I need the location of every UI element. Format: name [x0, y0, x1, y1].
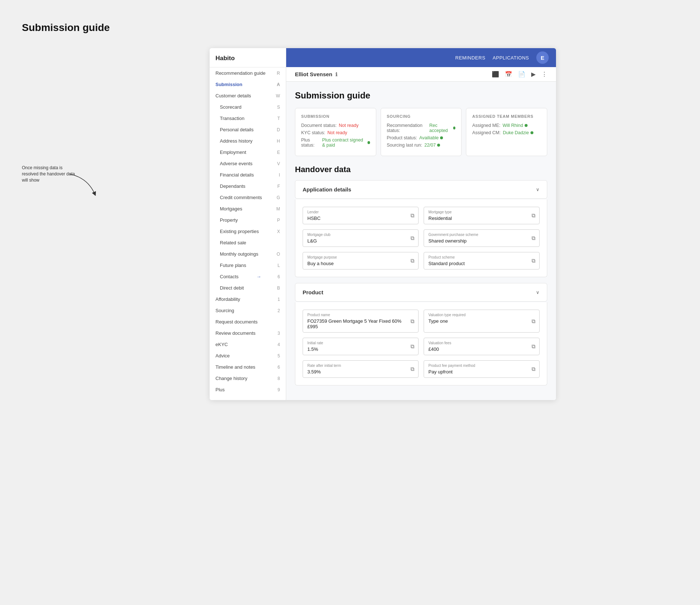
mortgage-club-copy-icon[interactable]: ⧉	[411, 235, 415, 241]
sidebar-item-label: Contacts	[220, 274, 238, 279]
sidebar-item-related-sale[interactable]: Related sale	[210, 237, 286, 248]
sidebar-shortcut: I	[279, 172, 280, 178]
sidebar-item-label: Request documents	[215, 319, 258, 325]
sidebar-item-label: Advice	[215, 353, 230, 358]
header-bar: Elliot Svensen ℹ ⬛ 📅 📄 ▶ ⋮	[286, 67, 556, 82]
application-fields-grid: Lender HSBC ⧉ Mortgage type Residential …	[303, 207, 540, 269]
reminders-nav[interactable]: REMINDERS	[455, 55, 486, 61]
sidebar-item-label: Timeline and notes	[215, 364, 255, 370]
sidebar-item-sourcing[interactable]: Sourcing2	[210, 305, 286, 316]
team-card: ASSIGNED TEAM MEMBERS Assigned ME: Will …	[466, 108, 547, 156]
calendar-icon[interactable]: 📅	[505, 71, 512, 78]
header-user: Elliot Svensen ℹ	[295, 71, 337, 77]
sidebar-item-direct-debit[interactable]: Direct debitB	[210, 282, 286, 294]
sidebar-item-label: Adverse events	[220, 161, 253, 166]
gov-purchase-scheme-field: Government purchase scheme Shared owners…	[424, 229, 540, 247]
sidebar-item-transaction[interactable]: TransactionT	[210, 113, 286, 124]
sidebar-item-financial-details[interactable]: Financial detailsI	[210, 169, 286, 181]
rate-after-copy-icon[interactable]: ⧉	[411, 366, 415, 372]
sidebar-item-review-documents[interactable]: Review documents3	[210, 327, 286, 339]
sidebar-item-label: Mortgages	[220, 206, 242, 212]
user-avatar[interactable]: E	[536, 51, 549, 64]
sidebar-shortcut: 6	[277, 274, 280, 279]
sidebar-item-label: Transaction	[220, 116, 244, 121]
mortgage-type-field: Mortgage type Residential ⧉	[424, 207, 540, 224]
info-icon: ℹ	[335, 71, 337, 77]
sidebar-shortcut: 3	[277, 331, 280, 336]
sidebar-shortcut: B	[277, 286, 280, 291]
sidebar-item-customer-details[interactable]: Customer detailsW	[210, 90, 286, 101]
sidebar-item-label: Sourcing	[215, 308, 234, 313]
product-content: Product name FO27359 Green Mortgage 5 Ye…	[295, 302, 547, 385]
lender-copy-icon[interactable]: ⧉	[411, 212, 415, 219]
product-fee-payment-copy-icon[interactable]: ⧉	[532, 366, 536, 372]
sidebar-item-ekyc[interactable]: eKYC4	[210, 339, 286, 350]
mortgage-purpose-copy-icon[interactable]: ⧉	[411, 257, 415, 264]
sidebar-item-contacts[interactable]: Contacts→6	[210, 271, 286, 282]
sidebar-item-advice[interactable]: Advice5	[210, 350, 286, 361]
sidebar-item-scorecard[interactable]: ScorecardS	[210, 101, 286, 113]
valuation-fees-copy-icon[interactable]: ⧉	[532, 343, 536, 350]
sidebar-item-dependants[interactable]: DependantsF	[210, 181, 286, 192]
applications-nav[interactable]: APPLICATIONS	[493, 55, 529, 61]
valuation-type-field: Valuation type required Type one ⧉	[424, 310, 540, 333]
product-status: Product status: Availiable	[387, 135, 456, 140]
submission-kyc-status: KYC status: Not ready	[301, 130, 370, 135]
sidebar-item-existing-properties[interactable]: Existing propertiesX	[210, 226, 286, 237]
sidebar-item-label: Credit commitments	[220, 195, 262, 200]
sidebar-item-request-documents[interactable]: Request documents	[210, 316, 286, 327]
sidebar-item-future-plans[interactable]: Future plansL	[210, 260, 286, 271]
sourcing-card-title: SOURCING	[387, 114, 456, 119]
sidebar-item-monthly-outgoings[interactable]: Monthly outgoingsO	[210, 248, 286, 260]
sidebar-item-label: Submission	[215, 82, 242, 87]
sidebar-item-label: Future plans	[220, 263, 246, 268]
gov-scheme-copy-icon[interactable]: ⧉	[532, 235, 536, 241]
content-area: Submission guide SUBMISSION Document sta…	[286, 82, 556, 400]
sidebar-item-label: Existing properties	[220, 229, 259, 234]
sidebar-item-employment[interactable]: EmploymentE	[210, 147, 286, 158]
sidebar-item-address-history[interactable]: Address historyH	[210, 135, 286, 147]
sidebar-item-plus[interactable]: Plus9	[210, 384, 286, 395]
page-title: Submission guide	[22, 22, 678, 34]
sidebar-item-change-history[interactable]: Change history8	[210, 373, 286, 384]
sidebar-item-recommendation-guide[interactable]: Recommendation guideR	[210, 67, 286, 79]
more-icon[interactable]: ⋮	[541, 71, 547, 78]
valuation-fees-field: Valuation fees £400 ⧉	[424, 338, 540, 355]
initial-rate-field: Initial rate 1.5% ⧉	[303, 338, 419, 355]
sidebar-item-timeline-and-notes[interactable]: Timeline and notes6	[210, 361, 286, 373]
sidebar-shortcut: D	[277, 127, 280, 132]
sidebar-item-affordability[interactable]: Affordability1	[210, 294, 286, 305]
sidebar-shortcut: F	[277, 184, 280, 189]
mortgage-type-copy-icon[interactable]: ⧉	[532, 212, 536, 219]
initial-rate-copy-icon[interactable]: ⧉	[411, 343, 415, 350]
mortgage-purpose-field: Mortgage purpose Buy a house ⧉	[303, 252, 419, 269]
contacts-arrow-icon: →	[256, 274, 261, 279]
chevron-down-icon: ∨	[536, 187, 540, 192]
product-fields-grid: Product name FO27359 Green Mortgage 5 Ye…	[303, 310, 540, 378]
valuation-type-copy-icon[interactable]: ⧉	[532, 318, 536, 325]
product-name-copy-icon[interactable]: ⧉	[411, 318, 415, 325]
product-status-dot	[440, 136, 443, 139]
sidebar-shortcut: 9	[277, 387, 280, 392]
sidebar-item-label: Property	[220, 217, 238, 223]
product-scheme-field: Product scheme Standard product ⧉	[424, 252, 540, 269]
sidebar-item-mortgages[interactable]: MortgagesM	[210, 203, 286, 214]
monitor-icon[interactable]: ⬛	[492, 71, 499, 78]
document-icon[interactable]: 📄	[518, 71, 525, 78]
sidebar-item-submission[interactable]: SubmissionA	[210, 79, 286, 90]
product-fee-payment-field: Product fee payment method Pay upfront ⧉	[424, 360, 540, 378]
sidebar-item-label: Dependants	[220, 183, 245, 189]
product-scheme-copy-icon[interactable]: ⧉	[532, 257, 536, 264]
application-details-header[interactable]: Application details ∨	[295, 180, 547, 199]
sidebar-item-adverse-events[interactable]: Adverse eventsV	[210, 158, 286, 169]
sidebar-logo: Habito	[210, 48, 286, 67]
sidebar-item-label: Personal details	[220, 127, 254, 132]
play-icon[interactable]: ▶	[531, 71, 536, 78]
rec-status: Recommendation status: Rec accepted	[387, 123, 456, 133]
team-card-title: ASSIGNED TEAM MEMBERS	[472, 114, 541, 119]
sidebar-item-personal-details[interactable]: Personal detailsD	[210, 124, 286, 135]
product-header[interactable]: Product ∨	[295, 283, 547, 302]
sidebar-item-property[interactable]: PropertyP	[210, 214, 286, 226]
plus-status-dot	[368, 141, 370, 144]
sidebar-item-credit-commitments[interactable]: Credit commitmentsG	[210, 192, 286, 203]
